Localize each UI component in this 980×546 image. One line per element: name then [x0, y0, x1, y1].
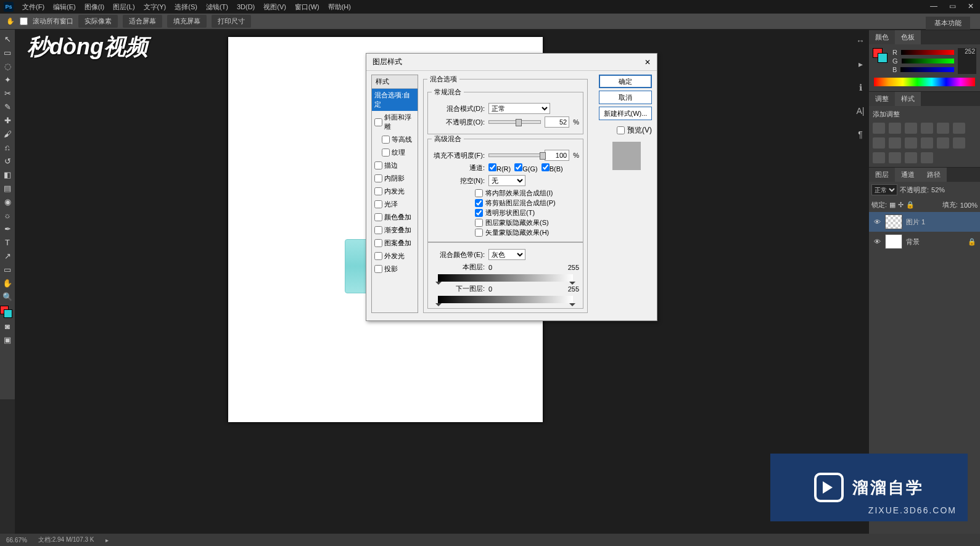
- menu-help[interactable]: 帮助(H): [328, 2, 351, 12]
- history-panel-icon[interactable]: ↔: [853, 35, 868, 47]
- adj-balance-icon[interactable]: [873, 137, 885, 149]
- lock-all-icon[interactable]: 🔒: [906, 201, 915, 209]
- knockout-dropdown[interactable]: 无: [488, 175, 525, 186]
- blend-mode-select[interactable]: 正常: [871, 184, 897, 195]
- menu-window[interactable]: 窗口(W): [295, 2, 319, 12]
- fit-screen-button[interactable]: 适合屏幕: [123, 15, 162, 28]
- heal-tool-icon[interactable]: ✚: [0, 113, 15, 127]
- adj-mixer-icon[interactable]: [921, 137, 933, 149]
- dialog-close-icon[interactable]: ✕: [644, 58, 651, 67]
- adj-brightness-icon[interactable]: [873, 123, 885, 134]
- ok-button[interactable]: 确定: [599, 75, 652, 88]
- screenmode-icon[interactable]: ▣: [0, 333, 15, 346]
- blend-if-dropdown[interactable]: 灰色: [488, 249, 525, 260]
- r-slider[interactable]: [901, 50, 954, 55]
- adj-thresh-icon[interactable]: [889, 152, 901, 163]
- shape-tool-icon[interactable]: ▭: [0, 263, 15, 276]
- bg-color[interactable]: [4, 309, 12, 318]
- style-item-inner-glow[interactable]: 内发光: [372, 185, 418, 198]
- cancel-button[interactable]: 取消: [599, 91, 652, 104]
- menu-type[interactable]: 文字(Y): [144, 2, 167, 12]
- menu-3d[interactable]: 3D(D): [237, 3, 255, 10]
- color-panel-swatches[interactable]: [873, 48, 889, 64]
- style-check-color-overlay[interactable]: [374, 213, 382, 221]
- g-value[interactable]: [958, 57, 976, 65]
- layer-thumbnail[interactable]: [885, 234, 902, 249]
- channel-r[interactable]: R(R): [488, 163, 511, 173]
- tab-color[interactable]: 颜色: [869, 30, 895, 44]
- visibility-icon[interactable]: 👁: [873, 218, 881, 226]
- gradient-tool-icon[interactable]: ▤: [0, 181, 15, 195]
- zoom-tool-icon[interactable]: 🔍: [0, 290, 15, 303]
- style-check-outer-glow[interactable]: [374, 252, 382, 260]
- adj-gradmap-icon[interactable]: [905, 152, 917, 163]
- hand-tool-icon[interactable]: ✋: [0, 276, 15, 290]
- adj-vibrance-icon[interactable]: [937, 123, 949, 134]
- hue-strip[interactable]: [874, 78, 975, 86]
- style-item-stroke[interactable]: 描边: [372, 159, 418, 172]
- status-arrow-icon[interactable]: ▸: [105, 537, 109, 544]
- vector-mask-hides-checkbox[interactable]: [475, 229, 483, 237]
- visibility-icon[interactable]: 👁: [873, 238, 881, 245]
- style-item-color-overlay[interactable]: 颜色叠加: [372, 211, 418, 224]
- workspace-label[interactable]: 基本功能: [926, 17, 970, 30]
- adj-photo-icon[interactable]: [905, 137, 917, 149]
- quickmask-icon[interactable]: ◙: [0, 319, 15, 333]
- dodge-tool-icon[interactable]: ☼: [0, 208, 15, 222]
- pen-tool-icon[interactable]: ✒: [0, 222, 15, 235]
- adj-curves-icon[interactable]: [905, 123, 917, 134]
- style-item-bevel[interactable]: 斜面和浮雕: [372, 111, 418, 133]
- adj-selcolor-icon[interactable]: [921, 152, 933, 163]
- layer-row-bg[interactable]: 👁 背景 🔒: [869, 232, 980, 251]
- wand-tool-icon[interactable]: ✦: [0, 73, 15, 86]
- channel-b[interactable]: B(B): [541, 163, 563, 173]
- actions-panel-icon[interactable]: ▸: [853, 58, 868, 70]
- lasso-tool-icon[interactable]: ◌: [0, 59, 15, 73]
- b-slider[interactable]: [900, 67, 954, 72]
- tab-layers[interactable]: 图层: [869, 168, 895, 182]
- adj-hue-icon[interactable]: [953, 123, 965, 134]
- preview-checkbox[interactable]: [617, 126, 625, 134]
- channel-g-checkbox[interactable]: [514, 163, 522, 171]
- fill-screen-button[interactable]: 填充屏幕: [167, 15, 207, 28]
- style-item-gradient-overlay[interactable]: 渐变叠加: [372, 224, 418, 237]
- new-style-button[interactable]: 新建样式(W)...: [599, 107, 652, 120]
- r-value[interactable]: 252: [958, 48, 976, 57]
- eyedropper-tool-icon[interactable]: ✎: [0, 100, 15, 113]
- tab-channels[interactable]: 通道: [895, 168, 921, 182]
- lock-pixels-icon[interactable]: ▦: [889, 201, 896, 209]
- actual-pixels-button[interactable]: 实际像素: [78, 15, 118, 28]
- menu-image[interactable]: 图像(I): [84, 2, 104, 12]
- adj-invert-icon[interactable]: [953, 137, 965, 149]
- style-check-pattern-overlay[interactable]: [374, 239, 382, 247]
- channel-r-checkbox[interactable]: [488, 163, 496, 171]
- blend-mode-dropdown[interactable]: 正常: [488, 103, 550, 114]
- maximize-button[interactable]: ▭: [943, 0, 961, 12]
- eraser-tool-icon[interactable]: ◧: [0, 168, 15, 181]
- brush-tool-icon[interactable]: 🖌: [0, 127, 15, 141]
- layer-name[interactable]: 背景: [906, 237, 920, 247]
- style-check-stroke[interactable]: [374, 161, 382, 169]
- style-item-blending[interactable]: 混合选项:自定: [372, 89, 418, 111]
- char-panel-icon[interactable]: A|: [853, 105, 868, 117]
- menu-layer[interactable]: 图层(L): [113, 2, 134, 12]
- info-panel-icon[interactable]: ℹ: [853, 81, 868, 94]
- preview-toggle[interactable]: 预览(V): [617, 125, 652, 136]
- layer-name[interactable]: 图片 1: [906, 218, 925, 227]
- tab-swatches[interactable]: 色板: [895, 30, 921, 44]
- blend-clipped-checkbox[interactable]: [475, 199, 483, 207]
- blend-interior-checkbox[interactable]: [475, 189, 483, 197]
- style-check-contour[interactable]: [382, 136, 390, 144]
- stamp-tool-icon[interactable]: ⎌: [0, 141, 15, 154]
- blur-tool-icon[interactable]: ◉: [0, 195, 15, 208]
- layer-mask-hides-checkbox[interactable]: [475, 219, 483, 227]
- b-value[interactable]: [958, 65, 976, 74]
- transparency-shapes-checkbox[interactable]: [475, 209, 483, 217]
- style-check-texture[interactable]: [382, 149, 390, 157]
- path-tool-icon[interactable]: ↗: [0, 249, 15, 263]
- type-tool-icon[interactable]: T: [0, 235, 15, 249]
- channel-b-checkbox[interactable]: [541, 163, 550, 171]
- layer-thumbnail[interactable]: [885, 214, 902, 229]
- move-tool-icon[interactable]: ↖: [0, 32, 15, 46]
- layer-row-selected[interactable]: 👁 图片 1: [869, 212, 980, 232]
